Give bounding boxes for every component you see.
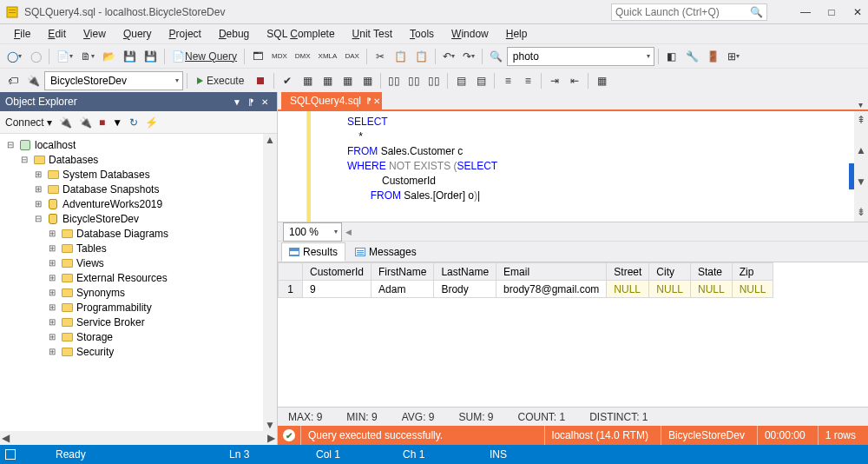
specify-values-button[interactable]: ▦ — [592, 71, 611, 90]
panel-close-icon[interactable]: ✕ — [258, 97, 272, 107]
undo-button[interactable]: ↶ — [439, 47, 458, 66]
stop-icon-2[interactable]: ■ — [99, 116, 105, 129]
search-combo[interactable]: photo — [507, 47, 654, 66]
refresh-icon[interactable]: ↻ — [129, 116, 138, 129]
menu-file[interactable]: File — [5, 28, 39, 40]
tree-databases[interactable]: ⊟Databases — [0, 152, 277, 167]
connect-icon[interactable]: 🔌 — [23, 71, 43, 90]
tab-messages[interactable]: Messages — [347, 242, 424, 262]
tree-server[interactable]: ⊟localhost — [0, 137, 277, 152]
new-item-button[interactable]: 📄 — [53, 47, 76, 66]
editor-hscroll-left[interactable]: ◀ — [345, 228, 352, 236]
connect-dropdown[interactable]: Connect ▾ — [5, 116, 52, 129]
redo-button[interactable]: ↷ — [459, 47, 478, 66]
menu-project[interactable]: Project — [161, 28, 210, 40]
tree-child-5[interactable]: ⊞Programmability — [0, 300, 277, 315]
tree-database-snapshots[interactable]: ⊞Database Snapshots — [0, 182, 277, 196]
client-stats-button[interactable]: ▦ — [338, 71, 357, 90]
stop-button[interactable] — [251, 71, 270, 90]
execute-button[interactable]: Execute — [191, 71, 250, 90]
maximize-button[interactable]: □ — [826, 6, 837, 18]
uncomment-button[interactable]: ≡ — [518, 71, 537, 90]
object-explorer-tree[interactable]: ⊟localhost ⊟Databases ⊞System Databases … — [0, 134, 277, 431]
layout-button[interactable]: ⊞ — [724, 47, 743, 66]
back-button[interactable]: ◯ — [3, 47, 25, 66]
quick-launch-input[interactable]: Quick Launch (Ctrl+Q) 🔍 — [611, 3, 767, 21]
live-stats-button[interactable]: ▦ — [358, 71, 377, 90]
results-text-button[interactable]: ▤ — [471, 71, 490, 90]
tree-system-databases[interactable]: ⊞System Databases — [0, 167, 277, 182]
filter-icon[interactable]: ▼ — [112, 116, 122, 129]
parse-button[interactable]: ✔ — [278, 71, 297, 90]
copy-button[interactable]: 📋 — [391, 47, 411, 66]
menu-edit[interactable]: Edit — [39, 28, 75, 40]
panel-pin-icon[interactable]: ⁋ — [244, 97, 258, 107]
zoom-combo[interactable]: 100 % — [283, 222, 342, 242]
mdx-button[interactable]: MDX — [268, 47, 291, 66]
xmla-button[interactable]: XMLA — [315, 47, 341, 66]
tree-child-1[interactable]: ⊞Tables — [0, 241, 277, 255]
tree-child-3[interactable]: ⊞External Resources — [0, 270, 277, 285]
tree-child-0[interactable]: ⊞Database Diagrams — [0, 226, 277, 241]
tree-child-8[interactable]: ⊞Security — [0, 344, 277, 359]
database-combo[interactable]: BicycleStoreDev — [44, 71, 183, 90]
extra-button-1[interactable]: ◧ — [662, 47, 681, 66]
results-grid-button[interactable]: ▤ — [451, 71, 470, 90]
cut-button[interactable]: ✂ — [371, 47, 390, 66]
open-button[interactable]: 📂 — [99, 47, 119, 66]
menu-tools[interactable]: Tools — [401, 28, 443, 40]
door-icon[interactable]: 🚪 — [703, 47, 723, 66]
results-grid[interactable]: CustomerIdFirstNameLastNameEmailStreetCi… — [278, 262, 868, 407]
forward-button[interactable]: ◯ — [26, 47, 45, 66]
save-all-button[interactable]: 💾 — [141, 47, 161, 66]
dmx-button[interactable]: DMX — [292, 47, 314, 66]
tab-close-icon[interactable]: ✕ — [373, 96, 380, 106]
actual-plan-button[interactable]: ▯▯ — [385, 71, 404, 90]
table-row[interactable]: 1 9 Adam Brody brody78@gmail.com NULL NU… — [279, 281, 773, 298]
tree-child-2[interactable]: ⊞Views — [0, 255, 277, 270]
tag-button[interactable]: 🏷 — [3, 71, 23, 90]
tab-pin-icon[interactable]: ⁋ — [366, 96, 372, 105]
plan-button-2[interactable]: ▯▯ — [404, 71, 424, 90]
tab-sqlquery4[interactable]: SQLQuery4.sql ⁋ ✕ — [281, 92, 382, 109]
menu-window[interactable]: Window — [443, 28, 497, 40]
menu-sqlcomplete[interactable]: SQL Complete — [258, 28, 343, 40]
de-button[interactable]: 🗔 — [248, 47, 267, 66]
activity-icon[interactable]: ⚡ — [145, 116, 158, 129]
outdent-button[interactable]: ⇤ — [565, 71, 584, 90]
connect-icon-2[interactable]: 🔌 — [59, 116, 72, 129]
tree-hscroll[interactable]: ◀▶ — [0, 431, 277, 445]
tree-child-6[interactable]: ⊞Service Broker — [0, 315, 277, 329]
menu-view[interactable]: View — [75, 28, 115, 40]
panel-dropdown-icon[interactable]: ▼ — [230, 97, 244, 107]
wrench-icon[interactable]: 🔧 — [682, 47, 702, 66]
open-menu-button[interactable]: 🗎 — [77, 47, 98, 66]
tabs-overflow-icon[interactable]: ▾ — [852, 100, 868, 109]
find-button[interactable]: 🔍 — [486, 47, 506, 66]
menu-unittest[interactable]: Unit Test — [344, 28, 401, 40]
save-button[interactable]: 💾 — [120, 47, 140, 66]
close-button[interactable]: ✕ — [852, 6, 863, 18]
paste-button[interactable]: 📋 — [411, 47, 431, 66]
dax-button[interactable]: DAX — [341, 47, 362, 66]
editor-vscroll[interactable]: ⇞▲▼⇟ — [854, 111, 868, 222]
disconnect-icon[interactable]: 🔌 — [79, 116, 92, 129]
menu-query[interactable]: Query — [115, 28, 161, 40]
tree-db-bicycle[interactable]: ⊟BicycleStoreDev — [0, 211, 277, 226]
tree-vscroll[interactable]: ▲▼ — [263, 134, 277, 431]
tree-db-adventure[interactable]: ⊞AdventureWorks2019 — [0, 196, 277, 211]
tab-results[interactable]: Results — [281, 242, 345, 262]
tree-child-4[interactable]: ⊞Synonyms — [0, 285, 277, 300]
display-plan-button[interactable]: ▦ — [298, 71, 317, 90]
editor-code[interactable]: SELECT * FROM Sales.Customer c WHERE NOT… — [307, 111, 497, 222]
menu-debug[interactable]: Debug — [210, 28, 258, 40]
comment-button[interactable]: ≡ — [498, 71, 517, 90]
plan-button-3[interactable]: ▯▯ — [424, 71, 444, 90]
tree-child-7[interactable]: ⊞Storage — [0, 329, 277, 344]
minimize-button[interactable]: — — [800, 6, 811, 18]
include-plan-button[interactable]: ▦ — [318, 71, 337, 90]
menu-help[interactable]: Help — [497, 28, 536, 40]
new-query-button[interactable]: 📄 New Query — [168, 47, 240, 66]
sql-editor[interactable]: SELECT * FROM Sales.Customer c WHERE NOT… — [278, 111, 868, 222]
indent-button[interactable]: ⇥ — [545, 71, 564, 90]
